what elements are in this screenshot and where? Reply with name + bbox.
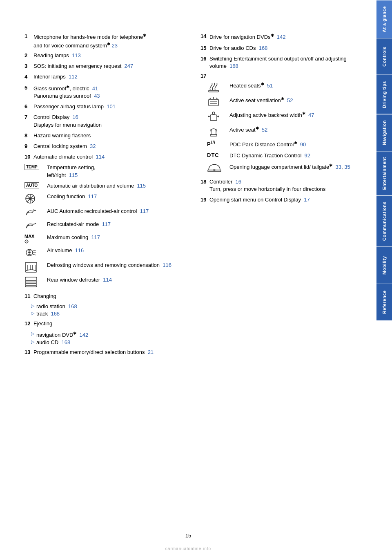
airvolume-page[interactable]: 116 xyxy=(75,247,84,253)
svg-point-5 xyxy=(29,197,31,200)
backrest-icon xyxy=(207,111,229,122)
entry-2-content: Reading lamps 113 xyxy=(33,52,188,59)
defrost-icon xyxy=(24,262,47,273)
sidebar-tab-controls[interactable]: Controls xyxy=(376,38,392,75)
entry-18-num: 18 xyxy=(200,178,209,193)
recirc-page[interactable]: 117 xyxy=(102,221,111,227)
climate-reardefrost: Rear window defroster 114 xyxy=(24,276,188,288)
active-seat-icon xyxy=(207,125,229,137)
auto-text: Automatic air distribution and volume 11… xyxy=(47,182,188,190)
sidebar-tab-driving-tips[interactable]: Driving tips xyxy=(376,75,392,114)
entry-12-navdvd-page[interactable]: 142 xyxy=(80,332,89,338)
entry-11-radio: ▷ radio station 168 xyxy=(31,303,188,309)
entry-1: 1 Microphone for hands-free mode for tel… xyxy=(24,33,188,49)
dtc-page[interactable]: 92 xyxy=(305,152,310,159)
right-column: 14 Drive for navigation DVDs✱ 142 15 Dri… xyxy=(200,33,364,359)
sidebar-tab-reference[interactable]: Reference xyxy=(376,284,392,320)
sidebar-tab-at-a-glance[interactable]: At a glance xyxy=(376,0,392,38)
pdc-label: P/// xyxy=(207,140,216,147)
seat-vent-text: Active seat ventilation✱ 52 xyxy=(229,96,364,105)
sidebar-tab-entertainment[interactable]: Entertainment xyxy=(376,151,392,195)
seat-vent-svg xyxy=(207,96,220,107)
entry-12-audiocd-page[interactable]: 168 xyxy=(61,339,70,345)
entry-1-page[interactable]: 23 xyxy=(112,43,118,49)
entry-12-audiocd: ▷ audio CD 168 xyxy=(31,339,188,345)
entry-15-num: 15 xyxy=(200,45,209,52)
auto-page[interactable]: 115 xyxy=(137,183,146,189)
active-seat-page[interactable]: 52 xyxy=(262,127,267,133)
entry-10: 10 Automatic climate control 114 xyxy=(24,153,188,161)
entry-2-page[interactable]: 113 xyxy=(72,52,81,58)
cooling-page[interactable]: 117 xyxy=(88,193,97,199)
entry-11-radio-page[interactable]: 168 xyxy=(68,303,77,309)
heated-seats: Heated seats✱ 51 xyxy=(207,81,364,93)
entry-12: 12 Ejecting xyxy=(24,320,188,327)
entry-11-track-page[interactable]: 168 xyxy=(51,311,60,317)
backrest-page[interactable]: 47 xyxy=(308,112,314,119)
temp-page[interactable]: 115 xyxy=(69,172,78,178)
defrost-svg xyxy=(24,262,38,273)
pdc-icon: P/// xyxy=(207,140,229,147)
svg-rect-23 xyxy=(210,115,217,121)
entry-13-page[interactable]: 21 xyxy=(148,349,154,355)
entry-5-page[interactable]: 41 xyxy=(92,85,98,92)
entry-19-page[interactable]: 17 xyxy=(304,197,310,203)
max-label: MAX◎ xyxy=(24,234,34,244)
active-seat-svg xyxy=(207,125,220,137)
entry-6-page[interactable]: 101 xyxy=(107,103,116,110)
pdc-page[interactable]: 90 xyxy=(300,142,306,148)
airvolume-text: Air volume 116 xyxy=(47,247,188,254)
page-container: 1 Microphone for hands-free mode for tel… xyxy=(0,0,392,555)
entry-2: 2 Reading lamps 113 xyxy=(24,52,188,59)
heated-seats-svg xyxy=(207,81,220,93)
entry-3-page[interactable]: 247 xyxy=(125,63,134,69)
sidebar-tab-communications[interactable]: Communications xyxy=(376,195,392,246)
climate-airvolume: Air volume 116 xyxy=(24,247,188,258)
entry-6-num: 6 xyxy=(24,103,33,110)
entry-16-page[interactable]: 168 xyxy=(229,63,238,69)
backrest-width: Adjusting active backrest width✱ 47 xyxy=(207,111,364,122)
heated-seats-page[interactable]: 51 xyxy=(267,83,273,89)
sidebar-tab-mobility[interactable]: Mobility xyxy=(376,247,392,284)
defrost-page[interactable]: 116 xyxy=(163,262,172,268)
climate-auto: AUTO Automatic air distribution and volu… xyxy=(24,182,188,190)
entry-14-page[interactable]: 142 xyxy=(277,34,286,40)
entry-8-content: Hazard warning flashers xyxy=(33,132,188,139)
entry-17-content xyxy=(209,72,364,80)
pdc: P/// PDC Park Distance Control✱ 90 xyxy=(207,140,364,149)
max-icon: MAX◎ xyxy=(24,234,47,244)
entry-7-num: 7 xyxy=(24,114,33,128)
airvolume-svg xyxy=(24,247,38,258)
reardefrost-page[interactable]: 114 xyxy=(103,277,112,283)
entry-10-page[interactable]: 114 xyxy=(96,154,105,160)
auc-page[interactable]: 117 xyxy=(140,208,149,214)
sidebar-tab-navigation[interactable]: Navigation xyxy=(376,114,392,151)
entry-13-num: 13 xyxy=(24,349,33,356)
svg-point-22 xyxy=(212,112,215,114)
entry-15: 15 Drive for audio CDs 168 xyxy=(200,45,364,52)
entry-5-sub-page[interactable]: 43 xyxy=(94,93,100,99)
trunk-svg xyxy=(207,163,222,172)
seat-vent-page[interactable]: 52 xyxy=(287,98,293,104)
bullet-arrow-3: ▷ xyxy=(31,331,34,336)
entry-15-page[interactable]: 168 xyxy=(259,45,268,51)
bullet-arrow-1: ▷ xyxy=(31,303,34,309)
entry-18: 18 Controller 16 Turn, press or move hor… xyxy=(200,178,364,193)
svg-rect-19 xyxy=(209,99,218,106)
entry-9-page[interactable]: 32 xyxy=(90,143,96,149)
trunk-page1[interactable]: 33 xyxy=(336,164,341,170)
entry-4-content: Interior lamps 112 xyxy=(33,73,188,81)
defrost-text: Defrosting windows and removing condensa… xyxy=(47,262,188,269)
entry-13-content: Programmable memory/direct selection but… xyxy=(33,349,188,356)
entry-18-page[interactable]: 16 xyxy=(236,179,241,185)
entry-14-content: Drive for navigation DVDs✱ 142 xyxy=(209,33,364,41)
trunk-page2[interactable]: 35 xyxy=(344,164,350,170)
reardefrost-svg xyxy=(24,276,38,288)
entry-7-page[interactable]: 16 xyxy=(72,114,78,120)
bullet-arrow-2: ▷ xyxy=(31,311,34,316)
entry-1-content: Microphone for hands-free mode for telep… xyxy=(33,33,188,49)
entry-11-track: ▷ track 168 xyxy=(31,311,188,317)
max-page[interactable]: 117 xyxy=(91,234,100,240)
entry-4-page[interactable]: 112 xyxy=(69,74,78,80)
climate-defrost: Defrosting windows and removing condensa… xyxy=(24,262,188,273)
